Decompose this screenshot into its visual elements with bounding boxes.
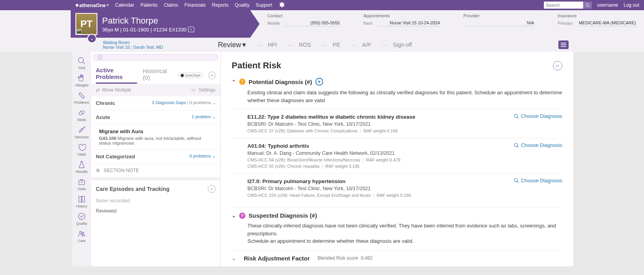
settings-button[interactable]: Settings bbox=[190, 87, 216, 93]
iconbar-care[interactable]: Care bbox=[77, 229, 87, 244]
add-episode-button[interactable]: + bbox=[208, 185, 216, 193]
tab-ap[interactable]: A/P bbox=[351, 42, 371, 48]
iconbar-vitals[interactable]: Vitals bbox=[77, 142, 87, 157]
iconbar-problems[interactable]: Problems bbox=[73, 90, 90, 105]
dx-source: BCBSRI: Dr Malcolm - Test Clinic, New Yo… bbox=[247, 186, 562, 191]
svg-point-14 bbox=[82, 232, 84, 234]
problem-item[interactable]: Migrane with Aura G43.109 Migrane with a… bbox=[91, 125, 220, 150]
acute-header: Acute bbox=[96, 114, 110, 120]
add-problem-button[interactable]: + bbox=[209, 72, 216, 79]
raf-caret[interactable]: ⌄ bbox=[232, 255, 236, 261]
chronic-header: Chronic bbox=[96, 100, 115, 106]
iconbar-results[interactable]: Results bbox=[75, 160, 88, 174]
mobile-value: (555) 555-5555 bbox=[285, 20, 340, 26]
chevron-down-icon: ⌄ bbox=[212, 100, 216, 105]
diagnosis-row: E11.22: Type 2 diabetes mellitus w diabe… bbox=[232, 109, 562, 138]
iconbar-vaccines[interactable]: Vaccines bbox=[74, 125, 90, 140]
nav-reports[interactable]: Reports bbox=[212, 2, 229, 8]
nav-support[interactable]: Support bbox=[256, 2, 272, 8]
onechart-toggle[interactable]: OneChart bbox=[178, 73, 203, 78]
patient-risk-title: Patient Risk bbox=[232, 60, 281, 71]
svg-point-16 bbox=[514, 114, 518, 117]
choose-diagnosis-button[interactable]: Choose Diagnosis bbox=[514, 178, 562, 183]
review-dropdown[interactable]: Review ▾ bbox=[218, 40, 246, 49]
search-icon bbox=[514, 178, 519, 183]
contact-label: Contact bbox=[267, 13, 340, 18]
flask-icon bbox=[77, 160, 86, 169]
iconbar-meds[interactable]: Meds bbox=[77, 108, 87, 123]
search-icon bbox=[585, 3, 590, 7]
personal-info-banner[interactable]: ⓘ bbox=[93, 54, 218, 60]
username-link[interactable]: username bbox=[597, 2, 618, 8]
move-multiple-button[interactable]: ⇄ Move Multiple bbox=[96, 87, 131, 93]
chevron-down-icon: ⌄ bbox=[212, 114, 216, 119]
suspected-caret[interactable]: ⌄ bbox=[232, 213, 236, 218]
primary-value: MEDICARE-MA (MEDICARE) bbox=[577, 20, 636, 26]
nav-quality[interactable]: Quality bbox=[235, 2, 249, 8]
sub-banner: Waiting Room Nurse Visit 15 | Sarah Test… bbox=[0, 38, 644, 52]
dx-source: BCBSRI: Dr Malcolm - Test Clinic, New Yo… bbox=[247, 121, 562, 127]
suspected-description: These clinically inferred diagnosis have… bbox=[247, 222, 562, 245]
search-input[interactable] bbox=[544, 2, 583, 9]
acute-summary[interactable]: 1 problem ⌄ bbox=[192, 114, 216, 120]
next-value: Nurse Visit 15 10-24-2024 bbox=[377, 20, 440, 26]
iconbar-history[interactable]: History bbox=[75, 194, 88, 209]
nav-calendar[interactable]: Calendar bbox=[115, 2, 134, 8]
search-button[interactable] bbox=[583, 2, 592, 9]
section-note-button[interactable]: 🗎 SECTION NOTE bbox=[91, 164, 220, 177]
waiting-room-link[interactable]: Waiting Room bbox=[103, 40, 163, 45]
svg-point-13 bbox=[80, 231, 82, 234]
camera-icon[interactable]: 📷 bbox=[76, 29, 82, 34]
nav-patients[interactable]: Patients bbox=[141, 2, 157, 8]
care-episodes-header: Care Episodes and Tracking bbox=[96, 186, 170, 192]
next-key: Next bbox=[363, 21, 372, 26]
nav-financials[interactable]: Financials bbox=[185, 2, 206, 8]
none-recorded: None recorded. bbox=[91, 198, 220, 208]
hamburger-button[interactable] bbox=[558, 40, 569, 49]
tab-hpi[interactable]: HPI bbox=[257, 42, 277, 48]
tab-historical[interactable]: Historical (0) bbox=[143, 68, 172, 83]
iconbar-visits[interactable]: Visits bbox=[77, 177, 87, 192]
search-box bbox=[544, 2, 592, 9]
logout-link[interactable]: Log out bbox=[624, 2, 639, 8]
tab-active-problems[interactable]: Active Problems bbox=[96, 67, 137, 84]
potential-caret[interactable]: ⌃ bbox=[232, 79, 236, 85]
avatar[interactable]: PT 📷 bbox=[75, 13, 97, 35]
chronic-summary[interactable]: 3 Diagnosis Gaps | 0 problems ⌄ bbox=[152, 100, 216, 106]
provider-value: N/A bbox=[463, 20, 534, 26]
choose-diagnosis-button[interactable]: Choose Diagnosis bbox=[514, 142, 562, 148]
svg-point-20 bbox=[514, 178, 518, 182]
note-icon: 🗎 bbox=[96, 168, 101, 173]
svg-point-12 bbox=[79, 213, 85, 220]
collapse-panel-button[interactable]: ‹‹ bbox=[553, 61, 562, 70]
iconbar: Find Allergies Problems Meds Vaccines Vi… bbox=[72, 52, 91, 266]
left-panel: ⓘ Active Problems Historical (0) OneChar… bbox=[91, 52, 221, 266]
expand-patient-button[interactable]: ⌄ bbox=[87, 34, 97, 43]
search-icon bbox=[514, 114, 519, 119]
gear-icon bbox=[190, 87, 196, 93]
people-icon bbox=[77, 229, 86, 238]
dx-meta: CMS-HCC 92 (v28): Chronic hepatitis|RAF … bbox=[247, 164, 562, 169]
svg-rect-0 bbox=[561, 43, 566, 44]
notcat-header: Not Categorized bbox=[96, 154, 135, 160]
search-icon bbox=[77, 57, 86, 65]
nav-claims[interactable]: Claims bbox=[164, 2, 178, 8]
choose-diagnosis-button[interactable]: Choose Diagnosis bbox=[514, 113, 562, 119]
notcat-summary[interactable]: 0 problems ⌄ bbox=[190, 154, 216, 160]
hamburger-icon bbox=[561, 42, 566, 47]
iconbar-allergies[interactable]: Allergies bbox=[74, 73, 90, 88]
note-icon[interactable]: ≡ bbox=[188, 27, 194, 32]
tab-ros[interactable]: ROS bbox=[288, 42, 311, 48]
svg-point-3 bbox=[79, 58, 84, 63]
visit-link[interactable]: Nurse Visit 15 bbox=[103, 45, 130, 50]
gear-icon[interactable] bbox=[278, 2, 285, 9]
svg-line-10 bbox=[79, 132, 80, 133]
add-diagnosis-button[interactable]: + bbox=[315, 78, 323, 86]
iconbar-find[interactable]: Find bbox=[77, 56, 87, 71]
hand-icon bbox=[77, 74, 86, 82]
tab-signoff[interactable]: Sign-off bbox=[382, 42, 412, 48]
tab-pe[interactable]: PE bbox=[322, 42, 340, 48]
provider-link[interactable]: Sarah Test, MD bbox=[133, 45, 163, 50]
svg-point-15 bbox=[192, 89, 194, 91]
iconbar-quality[interactable]: Quality bbox=[75, 211, 88, 226]
